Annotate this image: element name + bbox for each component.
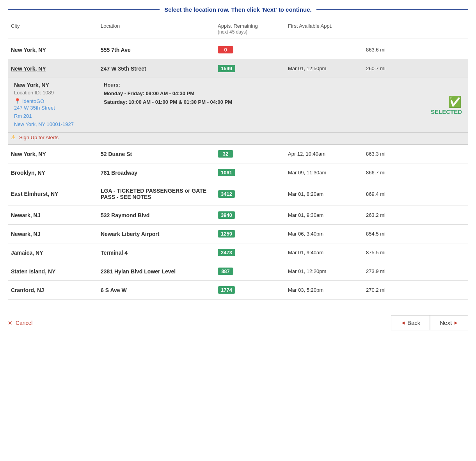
- cancel-icon: ✕: [8, 320, 12, 326]
- city-cell: New York, NY: [8, 64, 98, 73]
- city-cell: Jamaica, NY: [8, 248, 98, 257]
- location-row[interactable]: New York, NY 555 7th Ave 0 863.6 mi: [8, 41, 468, 59]
- header-line-left: [8, 9, 160, 10]
- cancel-button[interactable]: ✕ Cancel: [8, 320, 32, 326]
- badge-cell: 2473: [215, 247, 285, 258]
- badge-cell: 887: [215, 266, 285, 277]
- expanded-details: New York, NY Location ID: 1089 📍IdentoGO…: [8, 78, 468, 133]
- location-row[interactable]: Newark, NJ Newark Liberty Airport 1259 M…: [8, 225, 468, 243]
- location-row[interactable]: Brooklyn, NY 781 Broadway 1061 Mar 09, 1…: [8, 163, 468, 182]
- col-distance: [363, 21, 468, 36]
- city-cell: Cranford, NJ: [8, 285, 98, 295]
- column-headers: City Location Appts. Remaining (next 45 …: [8, 19, 468, 39]
- city-cell: Newark, NJ: [8, 211, 98, 220]
- city-cell: New York, NY: [8, 149, 98, 159]
- pin-icon: 📍: [14, 98, 21, 104]
- distance-cell: 260.7 mi: [363, 64, 468, 73]
- city-cell: Staten Island, NY: [8, 267, 98, 276]
- location-row[interactable]: New York, NY 247 W 35th Street 1599 Mar …: [8, 59, 468, 78]
- next-arrow-icon: ►: [453, 320, 458, 326]
- first-appt-cell: Mar 06, 3:40pm: [285, 229, 363, 238]
- distance-cell: 875.5 mi: [363, 248, 468, 257]
- hours-saturday: Saturday: 10:00 AM - 01:00 PM & 01:30 PM…: [104, 98, 280, 106]
- distance-cell: 863.3 mi: [363, 149, 468, 158]
- location-cell: 781 Broadway: [98, 168, 215, 177]
- selected-label: SELECTED: [431, 108, 462, 115]
- col-appts: Appts. Remaining (next 45 days): [215, 21, 285, 36]
- selected-indicator: ✅ SELECTED: [283, 82, 465, 128]
- badge-cell: 0: [215, 44, 285, 55]
- badge-cell: 1599: [215, 63, 285, 74]
- location-list: New York, NY 555 7th Ave 0 863.6 mi New …: [8, 41, 468, 300]
- city-cell: New York, NY: [8, 45, 98, 55]
- badge-cell: 1259: [215, 229, 285, 239]
- page-header: Select the location row. Then click 'Nex…: [8, 6, 468, 13]
- location-cell: LGA - TICKETED PASSENGERS or GATE PASS -…: [98, 186, 215, 202]
- col-first-appt: First Available Appt.: [285, 21, 363, 36]
- badge-cell: 1061: [215, 167, 285, 178]
- nav-buttons: ◄ Back Next ►: [391, 315, 468, 330]
- location-cell: Terminal 4: [98, 248, 215, 257]
- city-cell: East Elmhurst, NY: [8, 189, 98, 199]
- distance-cell: 270.2 mi: [363, 285, 468, 294]
- detail-left: New York, NY Location ID: 1089 📍IdentoGO…: [11, 82, 101, 128]
- page-instruction: Select the location row. Then click 'Nex…: [164, 6, 311, 13]
- location-row[interactable]: New York, NY 52 Duane St 32 Apr 12, 10:4…: [8, 145, 468, 163]
- distance-cell: 854.5 mi: [363, 229, 468, 238]
- col-city: City: [8, 21, 98, 36]
- badge-cell: 32: [215, 149, 285, 159]
- hours-label: Hours:: [104, 82, 280, 88]
- first-appt-cell: Mar 01, 8:20am: [285, 190, 363, 199]
- first-appt-cell: [285, 48, 363, 51]
- location-cell: 2381 Hylan Blvd Lower Level: [98, 267, 215, 276]
- hours-weekday: Monday - Friday: 09:00 AM - 04:30 PM: [104, 89, 280, 98]
- first-appt-cell: Apr 12, 10:40am: [285, 149, 363, 158]
- badge-cell: 3412: [215, 189, 285, 199]
- alert-triangle-icon: ⚠: [11, 134, 16, 140]
- location-cell: 532 Raymond Blvd: [98, 211, 215, 220]
- first-appt-cell: Mar 01, 9:30am: [285, 211, 363, 220]
- first-appt-cell: Mar 01, 9:40am: [285, 248, 363, 257]
- address: 247 W 35th StreetRm 201New York, NY 1000…: [14, 104, 98, 128]
- next-button[interactable]: Next ►: [430, 315, 468, 330]
- location-cell: 555 7th Ave: [98, 45, 215, 55]
- location-row[interactable]: Jamaica, NY Terminal 4 2473 Mar 01, 9:40…: [8, 243, 468, 262]
- first-appt-cell: Mar 01, 12:20pm: [285, 267, 363, 276]
- badge-cell: 1774: [215, 285, 285, 295]
- location-cell: 52 Duane St: [98, 149, 215, 159]
- selected-checkmark-icon: ✅: [448, 96, 462, 108]
- location-row[interactable]: Newark, NJ 532 Raymond Blvd 3940 Mar 01,…: [8, 206, 468, 225]
- first-appt-cell: Mar 09, 11:30am: [285, 168, 363, 177]
- distance-cell: 869.4 mi: [363, 190, 468, 199]
- distance-cell: 273.9 mi: [363, 267, 468, 276]
- location-cell: Newark Liberty Airport: [98, 229, 215, 239]
- col-location: Location: [98, 21, 215, 36]
- location-id: Location ID: 1089: [14, 90, 98, 96]
- back-button[interactable]: ◄ Back: [391, 315, 430, 330]
- alert-row: ⚠ Sign Up for Alerts: [8, 133, 468, 145]
- badge-cell: 3940: [215, 210, 285, 220]
- location-row[interactable]: Cranford, NJ 6 S Ave W 1774 Mar 03, 5:20…: [8, 281, 468, 300]
- location-row[interactable]: Staten Island, NY 2381 Hylan Blvd Lower …: [8, 262, 468, 281]
- footer: ✕ Cancel ◄ Back Next ►: [8, 311, 468, 334]
- distance-cell: 863.6 mi: [363, 45, 468, 54]
- location-cell: 6 S Ave W: [98, 285, 215, 295]
- city-cell: Brooklyn, NY: [8, 168, 98, 177]
- city-cell: Newark, NJ: [8, 229, 98, 239]
- detail-hours: Hours: Monday - Friday: 09:00 AM - 04:30…: [101, 82, 283, 128]
- distance-cell: 263.2 mi: [363, 211, 468, 220]
- distance-cell: 866.7 mi: [363, 168, 468, 177]
- back-arrow-icon: ◄: [401, 320, 406, 326]
- header-line-right: [316, 9, 468, 10]
- location-row[interactable]: East Elmhurst, NY LGA - TICKETED PASSENG…: [8, 182, 468, 206]
- identogo-link[interactable]: IdentoGO: [22, 98, 44, 104]
- sign-up-alerts-link[interactable]: Sign Up for Alerts: [19, 135, 59, 140]
- location-cell: 247 W 35th Street: [98, 64, 215, 73]
- first-appt-cell: Mar 03, 5:20pm: [285, 285, 363, 294]
- first-appt-cell: Mar 01, 12:50pm: [285, 64, 363, 73]
